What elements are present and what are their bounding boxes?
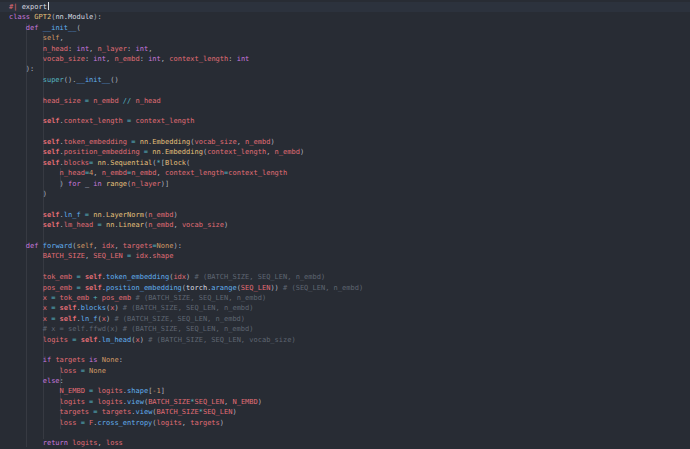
- code-token: # (SEQ_LEN, n_embd): [283, 284, 363, 292]
- code-token: for: [68, 180, 81, 188]
- code-token: (): [110, 76, 118, 84]
- code-token: loss: [60, 367, 77, 375]
- code-line: else:: [0, 376, 690, 386]
- code-line: tok_emb = self.token_embedding(idx) # (B…: [0, 272, 690, 282]
- code-token: nn: [152, 148, 160, 156]
- code-line: logits = logits.view(BATCH_SIZE*SEQ_LEN,…: [0, 397, 690, 407]
- code-line: [0, 345, 690, 355]
- code-token: return: [43, 439, 68, 447]
- code-token: ,: [266, 148, 274, 156]
- code-token: shape: [152, 252, 173, 260]
- code-line: # x = self.ffwd(x) # (BATCH_SIZE, SEQ_LE…: [0, 324, 690, 334]
- code-token: torch: [186, 284, 207, 292]
- code-line: [0, 231, 690, 241]
- code-token: [9, 284, 43, 292]
- code-token: ln_f: [81, 315, 98, 323]
- code-token: ): [270, 138, 274, 146]
- code-line: ) for _ in range(n_layer)]: [0, 179, 690, 189]
- code-token: [9, 138, 43, 146]
- code-token: # (BATCH_SIZE, SEQ_LEN, n_embd): [136, 294, 267, 302]
- code-token: view: [127, 398, 144, 406]
- code-line: pos_emb = self.position_embedding(torch.…: [0, 283, 690, 293]
- code-token: ,: [157, 169, 165, 177]
- code-token: [9, 419, 60, 427]
- code-line: self.lm_head = nn.Linear(n_embd, vocab_s…: [0, 220, 690, 230]
- code-token: n_head: [60, 169, 85, 177]
- code-token: idx: [173, 273, 186, 281]
- code-token: [9, 34, 43, 42]
- code-token: position_embedding: [106, 284, 182, 292]
- code-token: int: [93, 55, 106, 63]
- code-token: ln_f: [64, 211, 81, 219]
- code-token: ):: [93, 13, 101, 21]
- code-token: logits: [60, 398, 85, 406]
- code-token: =: [127, 138, 140, 146]
- code-token: pos_emb: [43, 284, 73, 292]
- code-token: =: [47, 315, 60, 323]
- code-token: is: [89, 356, 97, 364]
- code-token: =: [85, 387, 98, 395]
- code-line: def forward(self, idx, targets=None):: [0, 241, 690, 251]
- code-token: nn: [93, 211, 101, 219]
- code-token: int: [237, 55, 250, 63]
- code-token: =: [123, 252, 136, 260]
- code-token: ): [173, 211, 177, 219]
- code-token: N_EMBD: [232, 398, 257, 406]
- code-token: n_head: [43, 45, 68, 53]
- code-token: [9, 336, 43, 344]
- code-token: n_embd: [131, 169, 156, 177]
- code-token: self: [43, 211, 60, 219]
- code-editor[interactable]: #| exportclass GPT2(nn.Module): def __in…: [0, 0, 690, 449]
- code-token: nn.Module: [55, 13, 93, 21]
- code-area[interactable]: #| exportclass GPT2(nn.Module): def __in…: [0, 2, 690, 449]
- code-token: self: [43, 138, 60, 146]
- code-token: ,: [98, 439, 106, 447]
- code-token: targets: [60, 408, 90, 416]
- code-token: ): [232, 408, 236, 416]
- code-token: self: [76, 242, 93, 250]
- code-token: =: [76, 419, 89, 427]
- code-token: =: [81, 211, 94, 219]
- code-token: # (BATCH_SIZE, SEQ_LEN, n_embd): [195, 273, 326, 281]
- code-token: BATCH_SIZE: [148, 398, 190, 406]
- code-token: # (BATCH_SIZE, SEQ_LEN, n_embd): [123, 304, 254, 312]
- code-token: -1: [152, 387, 160, 395]
- code-token: N_EMBD: [60, 387, 85, 395]
- code-token: context_length: [207, 148, 266, 156]
- code-token: =: [140, 148, 153, 156]
- code-token: tok_emb: [43, 273, 73, 281]
- code-token: :: [119, 356, 123, 364]
- code-line: x = tok_emb + pos_emb # (BATCH_SIZE, SEQ…: [0, 293, 690, 303]
- code-line: n_head=4, n_embd=n_embd, context_length=…: [0, 168, 690, 178]
- code-token: context_length: [228, 169, 287, 177]
- code-token: [9, 304, 43, 312]
- code-token: +: [89, 294, 102, 302]
- code-token: ): [258, 398, 262, 406]
- code-token: [9, 76, 43, 84]
- code-line: self.ln_f = nn.LayerNorm(n_embd): [0, 210, 690, 220]
- code-line: logits = self.lm_head(x) # (BATCH_SIZE, …: [0, 335, 690, 345]
- code-token: logits: [43, 336, 68, 344]
- code-token: n_embd: [102, 169, 127, 177]
- code-token: [9, 159, 43, 167]
- code-token: =: [81, 97, 94, 105]
- code-token: None: [89, 367, 106, 375]
- code-token: =: [72, 273, 85, 281]
- code-token: cross_entropy: [98, 419, 153, 427]
- code-token: SEQ_LEN: [93, 252, 123, 260]
- code-token: [9, 387, 60, 395]
- code-token: vocab_size: [43, 55, 85, 63]
- code-token: ,: [237, 138, 245, 146]
- code-token: self: [43, 117, 60, 125]
- code-token: int: [136, 45, 149, 53]
- code-token: (: [186, 159, 190, 167]
- code-token: BATCH_SIZE: [43, 252, 85, 260]
- code-token: [9, 211, 43, 219]
- code-token: self: [43, 34, 60, 42]
- code-token: ,: [173, 221, 181, 229]
- code-token: [9, 367, 60, 375]
- code-token: ): [220, 419, 224, 427]
- code-token: :: [60, 377, 64, 385]
- code-token: [9, 148, 43, 156]
- code-token: vocab_size: [182, 221, 224, 229]
